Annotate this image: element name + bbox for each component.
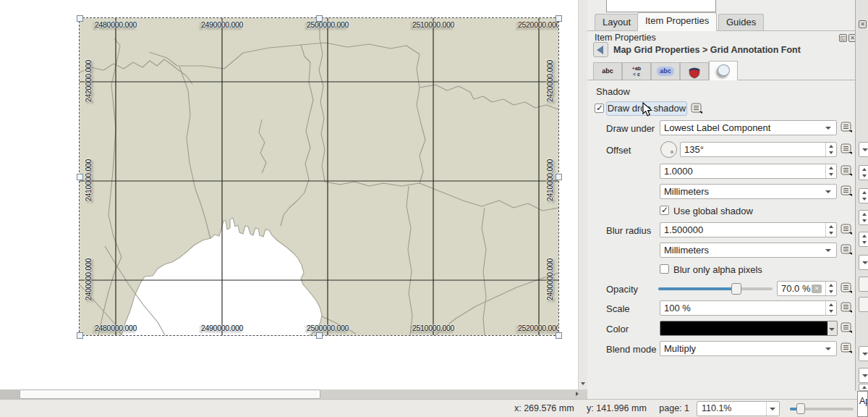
opacity-label: Opacity (606, 284, 638, 295)
opacity-spinbox[interactable]: 70.0 % ✕ (777, 281, 837, 296)
horizontal-scrollbar-thumb[interactable] (20, 389, 320, 399)
opacity-slider-handle[interactable] (731, 283, 741, 295)
draw-drop-shadow-checkbox[interactable] (595, 104, 604, 113)
page-indicator: page: 1 (659, 403, 689, 413)
subtab-formatting[interactable]: +ab< c (622, 62, 651, 80)
cutoff-box (859, 297, 868, 312)
selection-handle-top-left[interactable] (77, 15, 83, 22)
dial-dot (671, 151, 673, 153)
use-global-shadow-checkbox[interactable] (660, 206, 669, 215)
cutoff-spinbox (859, 188, 868, 203)
scroll-down-icon[interactable] (579, 379, 587, 388)
selection-handle-mid-left[interactable] (77, 174, 83, 180)
grid-label-bottom: 2500000.000 (294, 324, 361, 332)
zoom-level-combobox[interactable]: 110.1% (697, 401, 780, 416)
combo-separator (766, 402, 767, 416)
data-defined-override-icon[interactable] (841, 244, 854, 256)
shadow-color-button[interactable] (660, 321, 828, 336)
cutoff-dropdown (859, 346, 868, 361)
selection-handle-bottom-left[interactable] (77, 332, 83, 339)
subtab-buffer[interactable]: abc (651, 62, 680, 80)
grid-label-left: 2400000.000 (84, 246, 93, 313)
blur-only-alpha-label[interactable]: Blur only alpha pixels (673, 264, 762, 275)
float-panel-icon[interactable]: ◱ (839, 34, 847, 42)
grid-label-bottom: 2480000.000 (82, 324, 149, 332)
subtab-background[interactable] (680, 62, 709, 80)
data-defined-override-icon[interactable] (841, 143, 854, 155)
cutoff-spin-up (859, 384, 868, 391)
data-defined-override-icon[interactable] (841, 322, 854, 334)
data-defined-override-icon[interactable] (841, 224, 854, 235)
canvas-horizontal-scrollbar[interactable] (0, 389, 587, 399)
selection-handle-top-right[interactable] (556, 15, 562, 22)
canvas-vertical-scrollbar[interactable] (578, 0, 587, 389)
scroll-right-icon[interactable] (571, 389, 583, 399)
cutoff-spinbox (859, 165, 868, 180)
blend-mode-select[interactable]: Multiply (660, 341, 837, 356)
offset-units-select[interactable]: Millimeters (660, 184, 837, 199)
blur-radius-spinbox[interactable]: 1.500000 (660, 222, 837, 237)
scale-spinbox[interactable]: 100 % (660, 300, 837, 316)
clear-value-icon[interactable]: ✕ (812, 285, 822, 293)
back-button[interactable] (593, 42, 608, 57)
grid-label-top: 2510000.000 (400, 20, 467, 29)
map-graphic (80, 18, 558, 335)
close-icon[interactable]: ✕ (859, 20, 867, 28)
subtab-shadow[interactable] (709, 61, 738, 80)
offset-angle-dial[interactable] (660, 141, 677, 158)
subtab-text[interactable]: abc (593, 62, 622, 80)
grid-label-right: 2410000.000 (545, 147, 554, 214)
color-dropdown-button[interactable] (827, 321, 838, 336)
data-defined-override-icon[interactable] (841, 122, 854, 133)
grid-label-top: 2500000.000 (294, 20, 361, 29)
blend-mode-label: Blend mode (606, 344, 656, 355)
section-heading: Shadow (596, 86, 630, 97)
blur-units-select[interactable]: Millimeters (660, 243, 837, 258)
selection-handle-bottom-right[interactable] (556, 332, 562, 339)
grid-label-bottom: 2520000.000 (506, 324, 558, 332)
data-defined-override-icon[interactable] (691, 103, 704, 114)
offset-label: Offset (606, 145, 631, 156)
color-label: Color (606, 324, 629, 334)
layout-page-canvas[interactable]: 2480000.000 2490000.000 2500000.000 2510… (0, 0, 578, 389)
offset-angle-spinbox[interactable]: 135° (680, 142, 837, 157)
tab-item-properties[interactable]: Item Properties (637, 12, 717, 31)
scale-label: Scale (606, 303, 630, 314)
cursor-coordinates: x: 269.576 mm y: 141.996 mm page: 1 (504, 403, 689, 413)
spin-buttons[interactable] (825, 301, 836, 315)
panel-title: Item Properties (595, 33, 656, 43)
spin-buttons[interactable] (825, 223, 836, 237)
draw-drop-shadow-label[interactable]: Draw drop shadow (606, 101, 687, 116)
map-item[interactable]: 2480000.000 2490000.000 2500000.000 2510… (80, 18, 558, 335)
selection-handle-bottom-mid[interactable] (316, 332, 323, 339)
chevron-down-icon (829, 328, 835, 331)
back-arrow-icon (597, 46, 603, 54)
chevron-down-icon (825, 127, 831, 130)
data-defined-override-icon[interactable] (841, 165, 854, 177)
text-icon: abc (602, 67, 613, 75)
spin-buttons[interactable] (825, 143, 836, 156)
grid-label-right: 2400000.000 (545, 246, 554, 313)
grid-label-bottom: 2490000.000 (189, 324, 255, 332)
cutoff-widget-fragment (606, 0, 716, 12)
grid-label-left: 2410000.000 (84, 147, 93, 214)
coord-x: x: 269.576 mm (514, 403, 574, 413)
use-global-shadow-label[interactable]: Use global shadow (673, 206, 753, 216)
grid-label-top: 2480000.000 (82, 20, 149, 29)
status-bar: x: 269.576 mm y: 141.996 mm page: 1 110.… (0, 399, 857, 417)
selection-handle-mid-right[interactable] (556, 174, 562, 180)
data-defined-override-icon[interactable] (841, 302, 854, 313)
cutoff-spinbox (859, 232, 868, 247)
selection-handle-top-mid[interactable] (316, 15, 323, 22)
data-defined-override-icon[interactable] (841, 342, 854, 354)
tab-layout[interactable]: Layout (595, 14, 639, 31)
blur-only-alpha-checkbox[interactable] (660, 264, 669, 274)
zoom-slider-handle[interactable] (796, 403, 805, 414)
draw-under-select[interactable]: Lowest Label Component (660, 120, 837, 135)
spin-buttons[interactable] (825, 164, 836, 178)
offset-distance-spinbox[interactable]: 1.0000 (660, 164, 837, 179)
tab-guides[interactable]: Guides (718, 14, 764, 31)
data-defined-override-icon[interactable] (841, 282, 854, 294)
spin-buttons[interactable] (825, 282, 836, 295)
data-defined-override-icon[interactable] (841, 185, 854, 197)
